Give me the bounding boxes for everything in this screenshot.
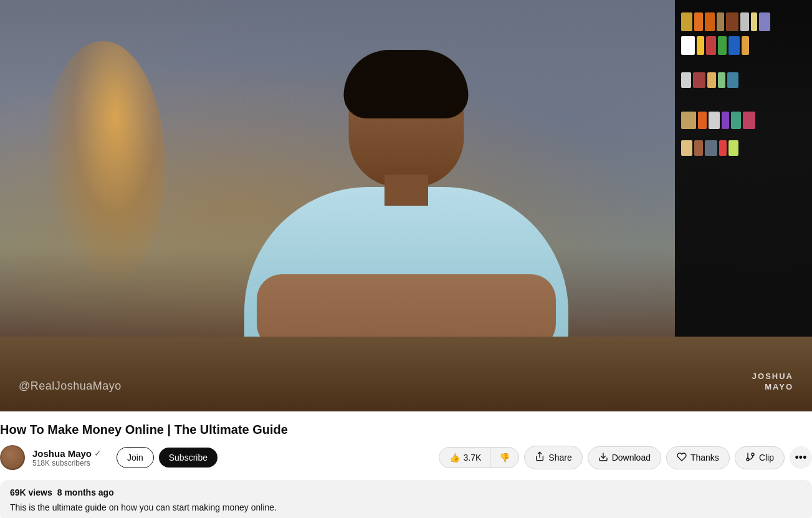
time-ago: 8 months ago	[57, 487, 114, 497]
avatar-image	[1, 446, 24, 469]
thanks-button[interactable]: Thanks	[666, 446, 730, 469]
clip-button[interactable]: Clip	[735, 446, 785, 469]
channel-name[interactable]: Joshua Mayo	[32, 448, 92, 459]
verified-icon: ✓	[94, 448, 102, 458]
more-icon: •••	[795, 451, 807, 464]
subscribe-button[interactable]: Subscribe	[159, 448, 217, 468]
video-container: @RealJoshuaMayo JOSHUAMAYO How To Make M…	[0, 0, 812, 518]
like-count: 3.7K	[464, 453, 482, 463]
video-info: How To Make Money Online | The Ultimate …	[0, 411, 812, 518]
lamp-glow	[41, 41, 165, 290]
description-text: This is the ultimate guide on how you ca…	[10, 501, 802, 514]
download-icon	[598, 452, 608, 464]
description-area[interactable]: 69K views 8 months ago This is the ultim…	[0, 480, 812, 518]
more-button[interactable]: •••	[790, 446, 812, 469]
watermark-instagram: @RealJoshuaMayo	[19, 380, 122, 393]
clip-label: Clip	[759, 453, 774, 463]
like-button[interactable]: 👍 3.7K	[439, 448, 491, 468]
table-surface	[0, 337, 812, 411]
channel-row: Joshua Mayo ✓ 518K subscribers Join Subs…	[0, 445, 812, 470]
action-buttons: 👍 3.7K 👎 Share	[439, 446, 812, 469]
video-title: How To Make Money Online | The Ultimate …	[0, 421, 812, 438]
share-label: Share	[548, 453, 571, 463]
video-player[interactable]: @RealJoshuaMayo JOSHUAMAYO	[0, 0, 812, 411]
channel-name-row: Joshua Mayo ✓	[32, 448, 102, 459]
share-button[interactable]: Share	[524, 446, 582, 469]
dislike-button[interactable]: 👎	[490, 448, 518, 468]
watermark-channel: JOSHUAMAYO	[752, 372, 793, 393]
download-button[interactable]: Download	[588, 446, 661, 469]
avatar[interactable]	[0, 445, 25, 470]
thumbs-down-icon: 👎	[499, 453, 510, 463]
like-dislike-group: 👍 3.7K 👎	[439, 447, 520, 468]
subscriber-count: 518K subscribers	[32, 459, 102, 468]
description-meta: 69K views 8 months ago	[10, 487, 802, 497]
channel-left: Joshua Mayo ✓ 518K subscribers Join Subs…	[0, 445, 217, 470]
view-count: 69K views	[10, 487, 52, 497]
thanks-label: Thanks	[690, 453, 719, 463]
channel-buttons: Join Subscribe	[117, 447, 217, 468]
video-bg: @RealJoshuaMayo JOSHUAMAYO	[0, 0, 812, 411]
thanks-icon	[677, 452, 687, 464]
channel-info: Joshua Mayo ✓ 518K subscribers	[32, 448, 102, 468]
share-icon	[535, 451, 545, 464]
thumbs-up-icon: 👍	[449, 453, 460, 463]
clip-icon	[745, 452, 755, 464]
join-button[interactable]: Join	[117, 447, 154, 468]
download-label: Download	[612, 453, 651, 463]
